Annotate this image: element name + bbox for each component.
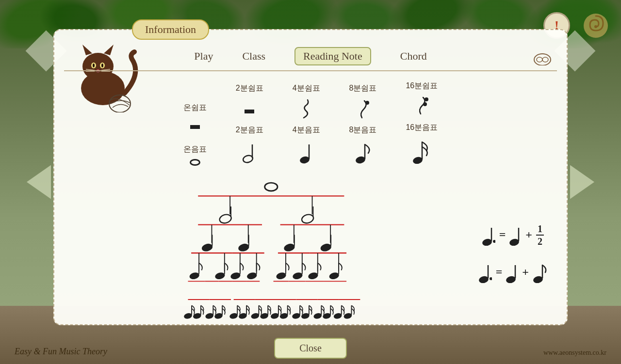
tree-area: = + 1 2 [69, 175, 552, 331]
note-item-half: 2분쉼표 2분음표 [236, 83, 263, 166]
note-name-sixteenth: 16분음표 [406, 123, 438, 133]
note-item-eighth: 8분쉼표 8분음표 [349, 83, 377, 166]
nav-tab-decoration [533, 53, 552, 68]
note-symbol-half-note [242, 140, 257, 166]
svg-point-80 [328, 271, 340, 280]
main-panel: Information [53, 29, 568, 325]
rest-symbol-quarter [299, 96, 313, 123]
rest-symbol-half [242, 96, 257, 123]
svg-point-133 [493, 240, 495, 243]
svg-point-66 [189, 271, 200, 280]
rest-symbol-whole [188, 115, 202, 142]
note-name-eighth: 8분음표 [349, 125, 377, 135]
note-symbol-whole [190, 159, 200, 166]
svg-point-78 [308, 271, 319, 280]
rest-symbol-sixteenth [413, 94, 430, 120]
rest-label-whole: 온쉼표 [183, 103, 207, 113]
tab-class[interactable]: Class [242, 50, 265, 63]
rest-label-half: 2분쉼표 [236, 83, 263, 94]
tab-reading-note[interactable]: Reading Note [294, 47, 371, 65]
close-btn-wrap: Close [274, 338, 347, 359]
note-item-whole: 온쉼표 온음표 [183, 103, 207, 166]
notes-row: 온쉼표 온음표 2분쉼표 [183, 81, 438, 166]
spiral-icon[interactable] [580, 10, 611, 41]
note-item-sixteenth: 16분쉼표 16분음표 [406, 81, 438, 166]
svg-point-138 [490, 277, 492, 280]
note-name-half: 2분음표 [236, 125, 263, 135]
svg-point-68 [214, 271, 226, 280]
formula-equals-2: = [496, 266, 503, 279]
formula-plus-1: + [525, 228, 532, 241]
svg-point-70 [230, 271, 241, 280]
note-item-quarter: 4분쉼표 4분음표 [293, 83, 320, 166]
formula-row-1: = + 1 2 [482, 223, 544, 247]
note-name-quarter: 4분음표 [293, 125, 320, 135]
svg-point-36 [219, 213, 232, 224]
rest-label-eighth: 8분쉼표 [349, 83, 377, 94]
rest-label-quarter: 4분쉼표 [293, 83, 320, 94]
note-symbol-quarter-note [299, 140, 313, 166]
svg-point-48 [237, 243, 250, 253]
tree-diagram [69, 175, 474, 331]
svg-rect-20 [245, 110, 254, 113]
content-area: 온쉼표 온음표 2분쉼표 [64, 81, 557, 359]
svg-point-29 [423, 102, 427, 106]
note-name-whole: 온음표 [183, 144, 207, 155]
svg-point-72 [246, 271, 258, 280]
svg-point-38 [301, 213, 314, 224]
formula-plus-2: + [522, 266, 529, 279]
svg-point-17 [537, 57, 542, 62]
note-symbol-eighth-note [355, 140, 372, 166]
svg-point-52 [320, 243, 332, 253]
svg-rect-19 [190, 125, 200, 129]
svg-point-25 [365, 101, 369, 105]
rest-symbol-eighth [355, 96, 372, 123]
svg-point-1 [594, 25, 597, 28]
note-symbol-sixteenth-note [412, 137, 431, 166]
dotted-formula: = + 1 2 [478, 223, 552, 283]
close-button[interactable]: Close [274, 338, 347, 359]
formula-row-2: = + [478, 261, 547, 283]
svg-point-18 [542, 57, 548, 62]
tab-chord[interactable]: Chord [400, 50, 427, 63]
svg-point-74 [276, 271, 287, 280]
svg-point-50 [283, 243, 296, 253]
nav-tabs: Play Class Reading Note Chord [64, 47, 557, 71]
svg-point-46 [201, 243, 213, 253]
svg-point-32 [265, 183, 278, 191]
rest-label-sixteenth: 16분쉼표 [406, 81, 438, 91]
formula-equals-1: = [499, 228, 506, 241]
tab-play[interactable]: Play [194, 50, 213, 63]
svg-point-28 [425, 97, 428, 101]
fraction-1-2: 1 2 [536, 223, 544, 247]
svg-point-76 [292, 271, 303, 280]
